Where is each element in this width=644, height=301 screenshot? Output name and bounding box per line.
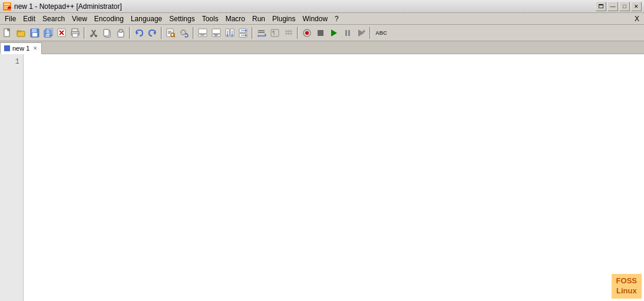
save-all-button[interactable] <box>42 27 55 39</box>
separator-7 <box>369 27 371 39</box>
menu-edit[interactable]: Edit <box>19 13 39 24</box>
menu-settings[interactable]: Settings <box>166 13 198 24</box>
tab-close-button[interactable]: ✕ <box>32 45 39 52</box>
menu-tools[interactable]: Tools <box>199 13 222 24</box>
menu-file[interactable]: File <box>1 13 19 24</box>
app-icon: ++ <box>2 2 12 11</box>
svg-line-39 <box>174 36 175 37</box>
document-close-x[interactable]: X <box>631 14 643 24</box>
cut-button[interactable] <box>87 27 100 39</box>
line-number-1: 1 <box>0 57 19 67</box>
watermark-line2: Linux <box>616 286 637 296</box>
sync-scroll-v-button[interactable] <box>223 27 236 39</box>
macro-pause-button[interactable] <box>341 27 354 39</box>
replace-button[interactable] <box>178 27 191 39</box>
svg-rect-29 <box>104 29 109 36</box>
title-text: new 1 - Notepad++ [Administrator] <box>14 2 122 11</box>
svg-marker-33 <box>153 31 156 35</box>
separator-2 <box>129 27 131 39</box>
svg-marker-32 <box>136 31 138 35</box>
menu-language[interactable]: Language <box>127 13 166 24</box>
watermark: FOSS Linux <box>612 274 642 299</box>
svg-rect-43 <box>199 29 207 34</box>
open-button[interactable] <box>15 27 28 39</box>
svg-text:¶: ¶ <box>272 31 275 36</box>
separator-4 <box>193 27 194 39</box>
menu-bar: File Edit Search View Encoding Language … <box>0 13 644 25</box>
separator-6 <box>297 27 299 39</box>
menu-view[interactable]: View <box>68 13 91 24</box>
close-button[interactable]: ✕ <box>631 2 642 11</box>
svg-rect-12 <box>32 29 37 32</box>
macro-play-button[interactable] <box>328 27 341 39</box>
tab-label: new 1 <box>12 45 29 52</box>
restore-button[interactable]: 🗔 <box>596 2 606 11</box>
title-left: ++ new 1 - Notepad++ [Administrator] <box>2 2 122 11</box>
menu-plugins[interactable]: Plugins <box>269 13 299 24</box>
svg-rect-81 <box>4 45 10 51</box>
svg-marker-78 <box>358 29 364 37</box>
svg-rect-13 <box>32 33 37 37</box>
find-button[interactable] <box>164 27 177 39</box>
zoom-in-button[interactable] <box>210 27 223 39</box>
menu-encoding[interactable]: Encoding <box>91 13 127 24</box>
menu-macro[interactable]: Macro <box>222 13 249 24</box>
svg-marker-64 <box>257 35 259 37</box>
toolbar: ¶ ABC <box>0 25 644 41</box>
spell-check-button[interactable]: ABC <box>373 27 389 39</box>
svg-rect-1 <box>4 4 10 5</box>
undo-button[interactable] <box>133 27 146 39</box>
close-doc-button[interactable] <box>55 27 68 39</box>
separator-1 <box>84 27 85 39</box>
title-controls: 🗔 — □ ✕ <box>596 2 642 11</box>
zoom-out-button[interactable] <box>196 27 209 39</box>
copy-button[interactable] <box>101 27 114 39</box>
show-all-chars-button[interactable]: ¶ <box>269 27 282 39</box>
minimize-button[interactable]: — <box>607 2 618 11</box>
sync-scroll-h-button[interactable] <box>237 27 250 39</box>
svg-rect-77 <box>348 30 350 36</box>
word-wrap-button[interactable] <box>255 27 268 39</box>
svg-rect-31 <box>119 29 123 32</box>
svg-rect-3 <box>4 8 8 9</box>
macro-save-button[interactable] <box>355 27 368 39</box>
save-button[interactable] <box>28 27 41 39</box>
svg-rect-76 <box>345 30 347 36</box>
svg-rect-23 <box>72 34 78 37</box>
macro-stop-button[interactable] <box>314 27 327 39</box>
menu-window[interactable]: Window <box>299 13 331 24</box>
svg-marker-75 <box>331 29 337 37</box>
tab-bar: new 1 ✕ <box>0 41 644 54</box>
separator-5 <box>252 27 253 39</box>
title-bar: ++ new 1 - Notepad++ [Administrator] 🗔 —… <box>0 0 644 13</box>
svg-marker-80 <box>364 29 365 33</box>
line-numbers: 1 <box>0 54 24 301</box>
tab-new1[interactable]: new 1 ✕ <box>0 42 42 54</box>
svg-point-73 <box>305 31 309 35</box>
print-button[interactable] <box>69 27 82 39</box>
tab-file-icon <box>4 45 10 51</box>
editor-content[interactable] <box>24 54 644 301</box>
separator-3 <box>161 27 163 39</box>
macro-record-button[interactable] <box>300 27 313 39</box>
svg-rect-10 <box>17 31 21 32</box>
menu-run[interactable]: Run <box>249 13 269 24</box>
menu-search[interactable]: Search <box>39 13 68 24</box>
svg-point-27 <box>95 35 97 37</box>
maximize-button[interactable]: □ <box>619 2 630 11</box>
redo-button[interactable] <box>146 27 159 39</box>
svg-point-26 <box>90 35 93 37</box>
paste-button[interactable] <box>114 27 127 39</box>
new-button[interactable] <box>1 27 14 39</box>
svg-text:++: ++ <box>8 7 12 11</box>
indent-guide-button[interactable] <box>282 27 295 39</box>
menu-help[interactable]: ? <box>331 13 342 24</box>
watermark-line1: FOSS <box>616 276 637 286</box>
editor-area: 1 <box>0 54 644 301</box>
svg-rect-46 <box>212 29 220 34</box>
svg-rect-74 <box>318 30 323 36</box>
